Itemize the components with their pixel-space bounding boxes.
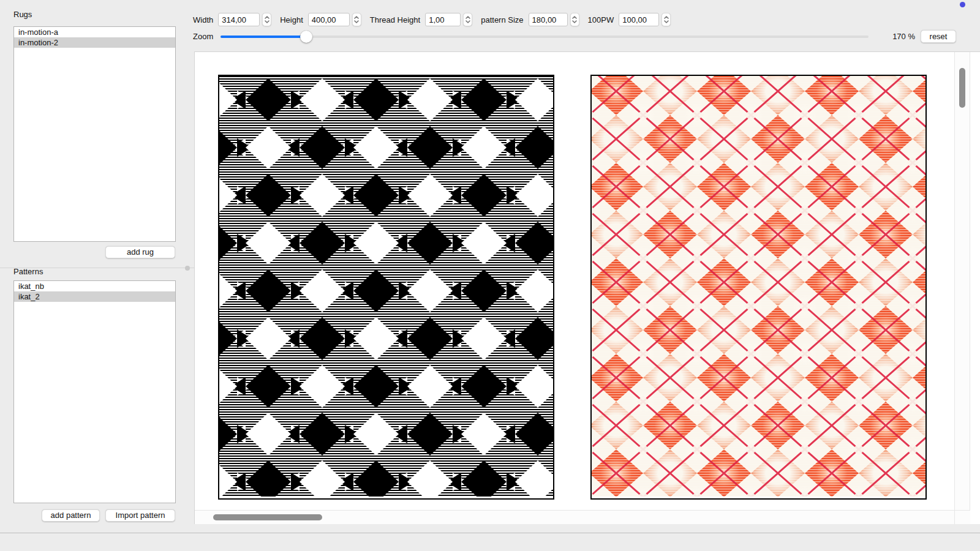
add-pattern-button[interactable]: add pattern [42,509,100,522]
status-bar-divider [0,533,980,533]
pattern-size-field[interactable] [529,13,568,26]
zoom-slider-fill [221,36,306,38]
stepper-down-icon[interactable] [572,20,577,23]
horizontal-scrollbar[interactable] [195,510,954,524]
vertical-scrollbar-thumb[interactable] [959,68,965,108]
stepper-up-icon[interactable] [572,16,577,19]
patterns-list: ikat_nb ikat_2 [13,280,176,503]
height-label: Height [280,15,303,24]
pattern-size-label: pattern Size [481,15,523,24]
patterns-label: Patterns [13,267,43,276]
stepper-up-icon[interactable] [664,16,669,19]
stepper-up-icon[interactable] [354,16,359,19]
rug-preview-red [590,75,927,500]
height-stepper [352,13,361,26]
horizontal-scrollbar-thumb[interactable] [213,514,322,520]
scrollbar-corner [954,510,970,524]
vertical-scrollbar[interactable] [954,52,970,510]
black-white-ikat-pattern [219,76,553,497]
zoom-slider-thumb[interactable] [300,31,312,43]
thread-height-field[interactable] [425,13,461,26]
100pw-label: 100PW [588,15,614,24]
add-rug-button[interactable]: add rug [105,246,175,258]
red-ikat-pattern [592,76,925,497]
zoom-toolbar: Zoom 170 % reset [193,30,971,43]
height-field[interactable] [308,13,350,26]
rugs-label: Rugs [13,10,32,19]
zoom-slider-track[interactable] [221,36,869,38]
width-stepper [262,13,271,26]
width-field[interactable] [218,13,260,26]
stepper-down-icon[interactable] [354,20,359,23]
record-indicator-icon [960,2,965,7]
pattern-list-item[interactable]: ikat_2 [14,291,175,302]
100pw-stepper [662,13,671,26]
rugs-list: in-motion-a in-motion-2 [13,26,176,242]
pattern-size-stepper [570,13,579,26]
thread-height-stepper [463,13,472,26]
zoom-percent-value: 170 % [884,32,915,41]
thread-height-label: Thread Height [370,15,420,24]
splitter-handle-icon[interactable] [185,266,190,271]
zoom-label: Zoom [193,32,213,41]
width-label: Width [193,15,213,24]
import-pattern-button[interactable]: Import pattern [105,509,175,522]
zoom-slider[interactable] [221,30,869,43]
stepper-down-icon[interactable] [466,20,470,23]
stepper-up-icon[interactable] [466,16,470,19]
pattern-list-item[interactable]: ikat_nb [14,281,175,291]
reset-zoom-button[interactable]: reset [921,30,956,43]
rug-list-item[interactable]: in-motion-2 [14,37,175,48]
rug-preview-black-white [218,75,554,500]
100pw-field[interactable] [619,13,659,26]
stepper-up-icon[interactable] [265,16,270,19]
rug-list-item[interactable]: in-motion-a [14,27,175,37]
parameters-toolbar: Width Height Thread Height pattern Size … [193,13,679,26]
preview-panel [194,51,980,524]
stepper-down-icon[interactable] [664,20,669,23]
stepper-down-icon[interactable] [265,20,270,23]
